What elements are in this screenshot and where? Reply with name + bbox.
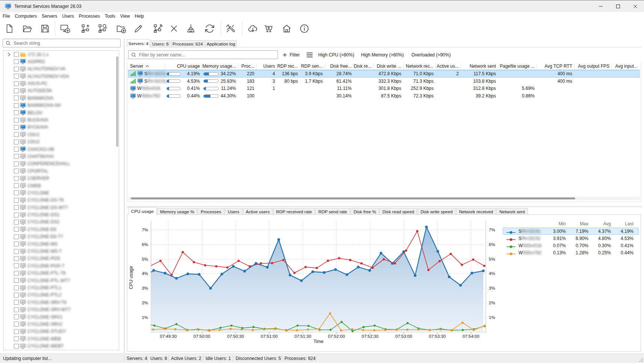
server-row[interactable]: WINSrv7820.44%44.30%10030.14%87.5 Kbps72… xyxy=(128,92,639,100)
tree-item[interactable]: CHATSKAYA xyxy=(3,153,119,160)
tree-item[interactable]: CYCLONE-SRV2 xyxy=(3,320,119,328)
menu-icon[interactable] xyxy=(306,52,313,58)
column-header[interactable]: RDP rec... xyxy=(277,62,300,70)
tree-item[interactable]: CDU1 xyxy=(3,131,119,138)
menu-servers[interactable]: Servers xyxy=(39,12,60,20)
toolbar-edit-button[interactable] xyxy=(133,23,144,34)
tree-item[interactable]: CYCLONE-WEB xyxy=(3,335,119,342)
column-header[interactable]: Avg output FPS xyxy=(574,62,611,70)
tree-checkbox[interactable] xyxy=(14,286,19,290)
tree-item[interactable]: CWEB xyxy=(3,182,119,189)
tree-item[interactable]: CYCLONE-E6-T7 xyxy=(3,233,119,240)
server-row[interactable]: SRV-DC01...4.19%34.22%2204136 bps3.9 Kbp… xyxy=(128,70,639,77)
tree-item[interactable]: CYCLONE-PTL-WT7 xyxy=(3,277,119,284)
chart-tab-rdp-received-rate[interactable]: RDP received rate xyxy=(273,208,315,215)
tree-item[interactable]: CYCLONE xyxy=(3,189,119,196)
column-separator[interactable] xyxy=(435,64,436,69)
column-header[interactable]: Memory usage... xyxy=(202,62,238,70)
tree-item[interactable]: CYCLONE-PTL-T6 xyxy=(3,270,119,277)
tree-item[interactable]: BUCKAVA xyxy=(3,117,119,124)
tree-checkbox[interactable] xyxy=(14,74,19,79)
tree-checkbox[interactable] xyxy=(14,300,19,305)
toolbar-add-computer-button[interactable] xyxy=(59,23,71,34)
chart-tab-active-users[interactable]: Active users xyxy=(243,208,273,215)
toolbar-buy-cart-button[interactable] xyxy=(263,23,274,34)
vertical-splitter[interactable] xyxy=(124,39,124,353)
column-separator[interactable] xyxy=(611,64,612,69)
tree-checkbox[interactable] xyxy=(14,154,19,159)
tree-item[interactable]: 172.16.1.x xyxy=(3,51,119,58)
column-separator[interactable] xyxy=(461,64,461,69)
tree-checkbox[interactable] xyxy=(14,147,19,152)
quick-filter[interactable]: High CPU (>80%) xyxy=(318,52,354,58)
tree-item[interactable]: CONFERENCEHALL xyxy=(3,160,119,167)
toolbar-cleanup-button[interactable] xyxy=(185,23,197,34)
tree-item[interactable]: CYCLONE-STUDY xyxy=(3,328,119,335)
tree-item[interactable]: CYCLONE-PTL1 xyxy=(3,284,119,292)
column-separator[interactable] xyxy=(300,64,300,69)
column-header[interactable]: Proc... xyxy=(238,62,256,70)
tree-checkbox[interactable] xyxy=(14,307,19,312)
menu-tools[interactable]: Tools xyxy=(102,12,118,20)
tree-checkbox[interactable] xyxy=(14,314,19,319)
tree-checkbox[interactable] xyxy=(14,190,19,195)
table-hscroll-thumb[interactable] xyxy=(131,197,575,199)
tab-servers[interactable]: Servers: 4 xyxy=(127,39,150,47)
legend-row[interactable]: WINSrv7820.13%1.28%0.25%0.44% xyxy=(503,249,639,256)
add-filter-button[interactable]: Filter xyxy=(280,50,302,59)
legend-row[interactable]: SRV-DC013.00%7.19%4.37%4.19% xyxy=(503,228,639,235)
toolbar-delete-button[interactable] xyxy=(168,23,180,34)
column-separator[interactable] xyxy=(537,64,537,69)
toolbar-save-button[interactable] xyxy=(39,23,51,34)
computer-search-box[interactable]: Search string xyxy=(3,39,121,47)
tree-item[interactable]: ASUS-PC xyxy=(3,80,119,87)
tree-checkbox[interactable] xyxy=(14,59,19,64)
column-header[interactable]: Disk re... xyxy=(354,62,373,70)
tab-users[interactable]: Users: 8 xyxy=(151,40,170,47)
tree-item[interactable]: CPORTAL xyxy=(3,167,119,175)
chart-tab-rdp-send-rate[interactable]: RDP send rate xyxy=(315,208,350,215)
tree-item[interactable]: CYCLONE-DS1 xyxy=(3,211,119,219)
menu-computers[interactable]: Computers xyxy=(12,12,39,20)
column-header[interactable]: Pagefile usage ... xyxy=(498,62,537,70)
tree-checkbox[interactable] xyxy=(14,249,19,254)
tree-checkbox[interactable] xyxy=(14,81,19,86)
menu-file[interactable]: File xyxy=(0,12,12,20)
menu-processes[interactable]: Processes xyxy=(76,12,102,20)
toolbar-open-folder-button[interactable] xyxy=(22,23,33,34)
tree-checkbox[interactable] xyxy=(14,271,19,276)
tree-item[interactable]: CYCLONE-E6 xyxy=(3,226,119,233)
tree-item[interactable]: CYCLONE-MS xyxy=(3,240,119,248)
column-header[interactable]: CPU usage xyxy=(165,62,202,70)
column-separator[interactable] xyxy=(277,64,277,69)
tree-item[interactable]: BANNIKOVA-NV xyxy=(3,102,119,109)
tree-item[interactable]: CYCLONE-SRV-T6 xyxy=(3,299,119,306)
tree-item[interactable]: CYCLONE2 xyxy=(3,350,119,350)
tree-item[interactable]: CYCLONE-SRV-WT7 xyxy=(3,306,119,313)
column-separator[interactable] xyxy=(403,64,404,69)
tree-checkbox[interactable] xyxy=(14,234,19,239)
tree-checkbox[interactable] xyxy=(14,103,19,108)
tree-item[interactable]: CYCLONE-DS-T6 xyxy=(3,197,119,204)
tree-item[interactable]: CDU2 xyxy=(3,138,119,146)
chart-tab-users[interactable]: Users xyxy=(225,208,242,215)
chart-tab-memory-usage-[interactable]: Memory usage % xyxy=(157,208,197,215)
toolbar-add-group-button[interactable] xyxy=(80,23,91,34)
chart-tab-network-received[interactable]: Network received xyxy=(456,208,496,215)
tree-item[interactable]: CYCLONE-POS-T xyxy=(3,262,119,269)
tree-checkbox[interactable] xyxy=(14,278,19,283)
tree-checkbox[interactable] xyxy=(14,118,19,123)
column-header[interactable]: Avg input... xyxy=(611,62,639,70)
tree-checkbox[interactable] xyxy=(14,140,19,144)
tree-checkbox[interactable] xyxy=(14,227,19,232)
chart-tab-disk-free-[interactable]: Disk free % xyxy=(351,208,379,215)
column-separator[interactable] xyxy=(373,64,374,69)
column-header[interactable]: Network sent xyxy=(461,62,498,70)
tree-scrollbar[interactable] xyxy=(116,56,118,147)
toolbar-find-computers-button[interactable] xyxy=(97,23,108,34)
column-separator[interactable] xyxy=(238,64,238,69)
tree-checkbox[interactable] xyxy=(14,205,19,210)
tree-checkbox[interactable] xyxy=(14,52,19,57)
column-header[interactable]: Active us... xyxy=(435,62,461,70)
tree-checkbox[interactable] xyxy=(14,293,19,298)
